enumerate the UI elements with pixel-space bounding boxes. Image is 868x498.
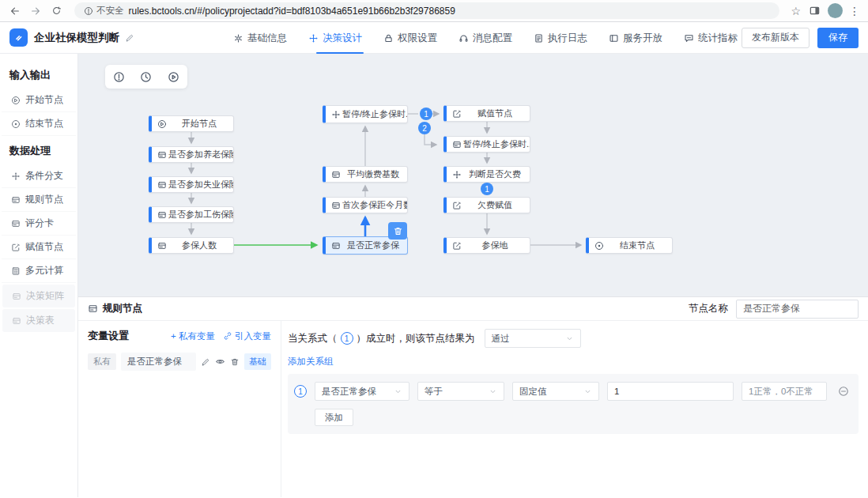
rules-pane: 当关系式（ 1 ）成立时，则该节点结果为 通过 添加关系组 1 是否正常参保 xyxy=(281,321,868,497)
browser-menu-icon[interactable]: ⋮ xyxy=(849,5,860,17)
node-unemployment-insurance[interactable]: 是否参加失业保险 xyxy=(149,176,234,193)
condition-value-type-select[interactable]: 固定值 xyxy=(512,382,599,401)
card-icon xyxy=(88,304,98,314)
variable-name-field[interactable]: 是否正常参保 xyxy=(121,353,196,371)
node-months-since-first[interactable]: 首次参保距今月数 xyxy=(323,197,408,213)
history-icon[interactable] xyxy=(140,71,152,83)
edit-variable-icon[interactable] xyxy=(201,357,210,367)
link-icon xyxy=(223,331,232,341)
app-logo xyxy=(9,28,28,47)
tab-statistics[interactable]: 统计指标 xyxy=(684,22,738,54)
save-button[interactable]: 保存 xyxy=(817,28,859,48)
card-icon xyxy=(157,180,167,190)
palette-score-card[interactable]: 评分卡 xyxy=(2,212,76,236)
warning-icon xyxy=(84,6,93,16)
card-icon xyxy=(12,316,21,326)
variables-pane: 变量设置 + 私有变量 引入变量 私有 是否正常参保 基础 xyxy=(78,321,281,497)
flow-canvas[interactable]: 开始节点 是否参加养老保险 是否参加失业保险 是否参加工伤保险 参保人数 暂停/… xyxy=(78,54,868,296)
rule-sentence: 当关系式（ 1 ）成立时，则该节点结果为 通过 xyxy=(288,329,862,348)
edit-square-icon xyxy=(452,109,462,119)
condition-value-input[interactable] xyxy=(607,382,734,401)
node-arrears-assign[interactable]: 欠费赋值 xyxy=(443,197,530,213)
delete-node-button[interactable] xyxy=(388,222,407,240)
node-arrears-branch[interactable]: 判断是否欠费 xyxy=(443,166,530,183)
delete-variable-icon[interactable] xyxy=(230,357,240,367)
tab-basic-info[interactable]: 基础信息 xyxy=(233,22,287,54)
palette-start-node[interactable]: 开始节点 xyxy=(2,89,76,112)
relation-group-box: 1 是否正常参保 等于 固定值 添加 xyxy=(288,374,859,434)
validate-icon[interactable] xyxy=(113,71,125,83)
chevron-down-icon xyxy=(583,387,592,396)
card-icon xyxy=(11,219,21,228)
condition-remark-input[interactable] xyxy=(742,382,827,401)
condition-badge: 1 xyxy=(294,385,307,398)
node-name-input[interactable] xyxy=(736,300,859,319)
branch-badge-3[interactable]: 1 xyxy=(481,183,493,195)
tab-decision-design[interactable]: 决策设计 xyxy=(308,22,362,54)
tab-service-open[interactable]: 服务开放 xyxy=(609,22,662,54)
run-icon[interactable] xyxy=(168,71,179,83)
node-injury-insurance[interactable]: 是否参加工伤保险 xyxy=(149,206,234,223)
node-insured-count[interactable]: 参保人数 xyxy=(149,237,234,254)
group-title-data: 数据处理 xyxy=(0,136,77,164)
refresh-icon[interactable] xyxy=(49,4,63,18)
cross-arrows-icon xyxy=(331,110,341,119)
branch-badge-1[interactable]: 1 xyxy=(420,108,432,120)
node-suspend-branch[interactable]: 暂停/终止参保时... xyxy=(323,105,408,123)
node-start[interactable]: 开始节点 xyxy=(149,115,234,132)
node-type-title: 规则节点 xyxy=(88,302,142,315)
card-icon xyxy=(331,170,341,179)
node-end[interactable]: 结束节点 xyxy=(586,237,673,254)
condition-variable-select[interactable]: 是否正常参保 xyxy=(315,382,409,401)
node-avg-payment-base[interactable]: 平均缴费基数 xyxy=(323,166,408,183)
add-condition-button[interactable]: 添加 xyxy=(315,409,353,426)
palette-end-node[interactable]: 结束节点 xyxy=(2,112,76,136)
browser-profile-avatar[interactable] xyxy=(828,3,843,18)
node-insured-place[interactable]: 参保地 xyxy=(443,237,530,254)
palette-assign-node[interactable]: 赋值节点 xyxy=(2,236,76,259)
browser-toolbar: 不安全 rules.bctools.cn/#/policyprojectadd?… xyxy=(0,0,868,22)
url-text: rules.bctools.cn/#/policyprojectadd?id=b… xyxy=(129,6,455,17)
bookmark-star-icon[interactable]: ☆ xyxy=(791,5,801,17)
tab-permission[interactable]: 权限设置 xyxy=(383,22,437,54)
view-variable-icon[interactable] xyxy=(215,357,225,367)
nav-tabs: 基础信息 决策设计 权限设置 消息配置 执行日志 服务开放 统计指标 xyxy=(233,22,738,54)
condition-operator-select[interactable]: 等于 xyxy=(417,382,504,401)
cross-arrows-icon xyxy=(11,172,21,181)
side-panel-icon[interactable] xyxy=(807,4,821,18)
add-private-variable-link[interactable]: + 私有变量 xyxy=(171,330,215,342)
tab-execution-log[interactable]: 执行日志 xyxy=(534,22,587,54)
node-assign[interactable]: 赋值节点 xyxy=(443,105,530,122)
security-label: 不安全 xyxy=(96,5,124,17)
forward-icon[interactable] xyxy=(28,4,43,18)
condition-row: 1 是否正常参保 等于 固定值 xyxy=(294,382,849,401)
card-icon xyxy=(331,201,341,210)
card-icon xyxy=(12,292,21,301)
palette-rule-node[interactable]: 规则节点 xyxy=(2,188,76,212)
node-palette-sidebar: 输入输出 开始节点 结束节点 数据处理 条件分支 规则节点 评分卡 赋值节点 多… xyxy=(0,54,78,497)
security-status[interactable]: 不安全 xyxy=(84,5,124,17)
group-title-io: 输入输出 xyxy=(0,60,77,89)
chevron-down-icon xyxy=(565,334,574,343)
project-title: 企业社保模型判断 xyxy=(34,31,119,45)
palette-multi-calc[interactable]: 多元计算 xyxy=(2,259,76,283)
card-icon xyxy=(452,140,462,149)
publish-version-button[interactable]: 发布新版本 xyxy=(742,28,810,48)
branch-badge-2[interactable]: 2 xyxy=(418,122,431,134)
add-relation-group-link[interactable]: 添加关系组 xyxy=(288,356,334,368)
remove-condition-icon[interactable] xyxy=(838,386,849,397)
calculator-icon xyxy=(11,266,21,276)
node-pension-insurance[interactable]: 是否参加养老保险 xyxy=(149,146,234,163)
tab-message-config[interactable]: 消息配置 xyxy=(459,22,512,54)
import-variable-link[interactable]: 引入变量 xyxy=(223,330,271,342)
variable-type-tag[interactable]: 基础 xyxy=(244,353,271,370)
result-select[interactable]: 通过 xyxy=(485,329,581,348)
address-bar[interactable]: 不安全 rules.bctools.cn/#/policyprojectadd?… xyxy=(74,2,779,19)
back-icon[interactable] xyxy=(8,4,22,18)
palette-condition-branch[interactable]: 条件分支 xyxy=(2,164,76,188)
node-suspend-rule[interactable]: 暂停/终止参保时... xyxy=(443,136,530,153)
edit-title-icon[interactable] xyxy=(125,31,134,45)
canvas-toolbar xyxy=(105,65,187,89)
trash-icon xyxy=(393,226,403,236)
edit-square-icon xyxy=(452,201,462,210)
